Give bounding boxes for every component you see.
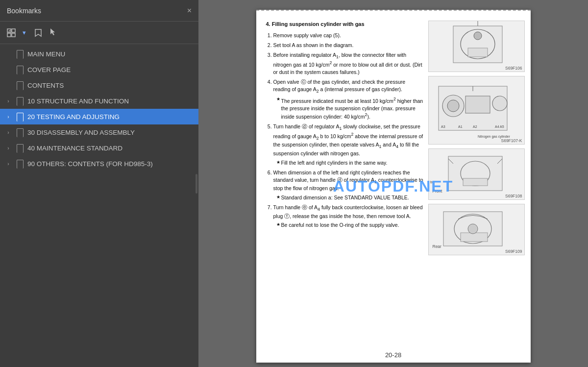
figure-s69f108: b Front S69F108	[428, 148, 525, 200]
document-text: 4. Filling suspension cylinder with gas …	[266, 21, 423, 333]
figure-label-3: S69F108	[505, 194, 522, 198]
expand-arrow-contents	[5, 82, 12, 89]
note-pressure: ★ The pressure indicated must be at leas…	[276, 96, 423, 121]
expand-arrow-structure: ›	[5, 98, 12, 104]
note-fill: ★ Fill the left and right cylinders in t…	[276, 159, 423, 167]
svg-rect-24	[463, 178, 488, 186]
section-title: 4. Filling suspension cylinder with gas	[266, 21, 423, 28]
sidebar-item-disassembly[interactable]: › 30 DISASSEMBLY AND ASSEMBLY	[0, 124, 198, 140]
sidebar-header: Bookmarks ×	[0, 0, 198, 22]
sidebar-resize-handle[interactable]	[195, 0, 198, 367]
expand-arrow-disassembly: ›	[5, 129, 12, 136]
expand-all-button[interactable]	[5, 26, 18, 39]
svg-point-31	[468, 224, 478, 234]
figure-svg-2: A3 A1 A2 A4 A5 Nitrogen gas cylinder	[429, 76, 524, 145]
figure-s69f107: A3 A1 A2 A4 A5 Nitrogen gas cylinder S69…	[428, 76, 525, 145]
svg-point-15	[492, 96, 507, 111]
step-6: When dimension a of the left and right c…	[273, 169, 423, 201]
svg-text:b: b	[430, 180, 433, 184]
page-number: 20-28	[385, 351, 401, 359]
main-content: AUTOPDF.NET 4. Filling suspension cylind…	[198, 0, 588, 367]
figure-s69f106: S69F106	[428, 21, 525, 72]
sidebar-label-cover-page: COVER PAGE	[27, 66, 194, 73]
note-oring: ★ Be careful not to lose the O-ring of t…	[276, 221, 423, 229]
close-button[interactable]: ×	[187, 7, 192, 15]
sidebar-item-maintenance[interactable]: › 40 MAINTENANCE STANDARD	[0, 140, 198, 156]
expand-arrow-others: ›	[5, 160, 12, 167]
svg-text:A3: A3	[441, 125, 445, 128]
bookmark-ribbon-maintenance	[16, 144, 24, 152]
figure-rear-label: Rear	[433, 244, 441, 249]
resize-visual	[196, 174, 197, 194]
sidebar-label-maintenance: 40 MAINTENANCE STANDARD	[27, 145, 194, 152]
sidebar-toolbar: ▾	[0, 22, 198, 44]
step-1: Remove supply valve cap (5).	[273, 32, 423, 39]
svg-text:A1: A1	[458, 125, 463, 128]
figure-label-2: S69F107-K	[501, 138, 522, 143]
svg-point-13	[447, 100, 459, 112]
sidebar-title: Bookmarks	[7, 7, 41, 15]
bookmark-view-button[interactable]	[32, 26, 45, 39]
sidebar-item-others[interactable]: › 90 OTHERS: CONTENTS (FOR HD985-3)	[0, 156, 198, 171]
sidebar-label-structure: 10 STRUCTURE AND FUNCTION	[27, 98, 194, 105]
sidebar-label-disassembly: 30 DISASSEMBLY AND ASSEMBLY	[27, 129, 194, 136]
svg-rect-30	[461, 233, 488, 242]
bookmark-ribbon-disassembly	[16, 128, 24, 137]
bookmark-ribbon-testing	[16, 112, 24, 121]
bookmark-ribbon-contents	[16, 81, 24, 90]
step-5: Turn handle ⓓ of regulator A1 slowly clo…	[273, 123, 423, 167]
expand-arrow-maintenance: ›	[5, 145, 12, 151]
bookmark-ribbon-main-menu	[16, 49, 24, 58]
document-page: AUTOPDF.NET 4. Filling suspension cylind…	[256, 10, 531, 363]
cursor-area	[49, 27, 57, 38]
step-3: Before installing regulator A1, blow the…	[273, 51, 423, 76]
bookmark-ribbon-cover-page	[16, 65, 24, 74]
sidebar: Bookmarks × ▾	[0, 0, 198, 367]
figure-front-label: Front	[433, 189, 442, 194]
dropdown-arrow[interactable]: ▾	[22, 29, 26, 36]
svg-rect-14	[466, 96, 490, 113]
expand-arrow-main-menu	[5, 50, 12, 57]
step-2: Set tool A as shown in the diagram.	[273, 42, 423, 49]
step-7: Turn handle ⓔ of A4 fully back countercl…	[273, 204, 423, 229]
figure-rotation-label: 069103	[524, 92, 525, 105]
svg-rect-3	[12, 33, 15, 37]
sidebar-item-testing[interactable]: › 20 TESTING AND ADJUSTING	[0, 109, 198, 124]
bookmark-icon	[33, 28, 43, 38]
svg-rect-9	[468, 48, 488, 57]
svg-text:A2: A2	[473, 125, 477, 128]
note-standard: ★ Standard dimension a: See STANDARD VAL…	[276, 194, 423, 201]
bookmark-list: MAIN MENU COVER PAGE CONTENTS › 10 STRUC…	[0, 44, 198, 367]
bookmark-ribbon-structure	[16, 97, 24, 105]
svg-rect-2	[7, 33, 11, 37]
svg-point-8	[474, 32, 482, 40]
sidebar-label-others: 90 OTHERS: CONTENTS (FOR HD985-3)	[27, 160, 194, 168]
sidebar-item-contents[interactable]: CONTENTS	[0, 77, 198, 93]
sidebar-label-testing: 20 TESTING AND ADJUSTING	[27, 113, 194, 121]
figure-svg-3: b	[429, 149, 524, 200]
figure-svg-4	[429, 204, 524, 255]
figure-label-4: S69F109	[505, 249, 522, 254]
figures-column: S69F106 A3 A1 A2 A4 A5	[428, 21, 525, 333]
figure-svg-1	[429, 21, 524, 72]
sidebar-item-cover-page[interactable]: COVER PAGE	[0, 62, 198, 77]
svg-rect-1	[12, 29, 15, 32]
sidebar-item-structure[interactable]: › 10 STRUCTURE AND FUNCTION	[0, 93, 198, 109]
sidebar-label-main-menu: MAIN MENU	[27, 50, 194, 58]
page-top-border	[256, 10, 531, 11]
expand-arrow-cover-page	[5, 66, 12, 73]
expand-icon	[6, 28, 16, 38]
figure-label-1: S69F106	[505, 66, 522, 71]
svg-text:A4 A5: A4 A5	[495, 125, 504, 128]
sidebar-label-contents: CONTENTS	[27, 82, 194, 89]
figure-s69f109: Rear S69F109	[428, 204, 525, 255]
sidebar-item-main-menu[interactable]: MAIN MENU	[0, 46, 198, 62]
cursor-icon	[49, 27, 57, 36]
step-4: Open valve ⓒ of the gas cylinder, and ch…	[273, 78, 423, 121]
bookmark-ribbon-others	[16, 159, 24, 168]
expand-arrow-testing: ›	[5, 113, 12, 120]
